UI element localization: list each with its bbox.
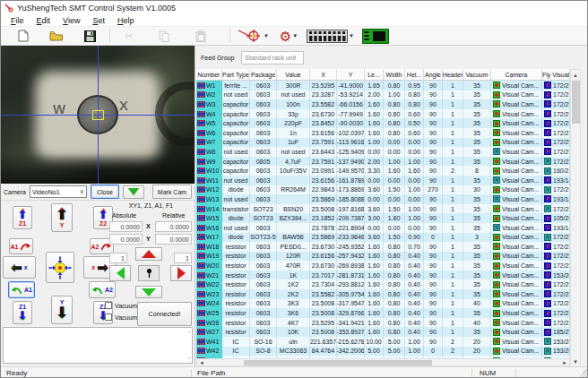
- menu-set[interactable]: Set: [87, 16, 110, 25]
- menu-file[interactable]: File: [5, 16, 30, 25]
- table-row[interactable]: W21resistor06031K23.7017-281.87311.600.8…: [196, 271, 570, 280]
- column-header-angle[interactable]: Angle: [424, 69, 443, 80]
- table-row[interactable]: W20resistor0603470R23.6730-269.89381.600…: [196, 261, 570, 271]
- y-down-button[interactable]: Y: [51, 296, 73, 324]
- step-up-button[interactable]: [135, 247, 162, 261]
- table-row[interactable]: W17diodeSOT23-5BAW5623.5869-233.98463.60…: [196, 233, 570, 243]
- scroll-left-icon[interactable]: ◄: [197, 359, 206, 365]
- table-row[interactable]: W2not used0603not used23.3287-53.92142.0…: [196, 90, 570, 100]
- part-table-body[interactable]: W1ferrite ...0603300R23.5295-41.90001.65…: [196, 81, 570, 358]
- scroll-down-icon[interactable]: ▼: [571, 357, 580, 366]
- column-header-value[interactable]: Value: [277, 69, 310, 80]
- close-camera-button[interactable]: Close: [91, 185, 119, 199]
- table-row[interactable]: W8not used0603not used23.6443-125.94090.…: [196, 147, 570, 157]
- camera-source-select[interactable]: VideoNo1∨: [30, 185, 87, 198]
- vertical-scroll-thumb[interactable]: [572, 81, 580, 124]
- column-header-number[interactable]: Number: [196, 69, 222, 80]
- horizontal-scrollbar[interactable]: ◄ ►: [196, 358, 570, 366]
- placement-head-button[interactable]: ▼: [238, 28, 269, 45]
- table-row[interactable]: W22resistor06031K223.7304-293.88121.600.…: [196, 279, 570, 289]
- step-right-field[interactable]: 1: [174, 253, 192, 263]
- horizontal-scroll-thumb[interactable]: [244, 360, 432, 365]
- resize-grip[interactable]: [578, 368, 588, 378]
- column-header-le-[interactable]: Le...: [365, 69, 384, 80]
- column-header-vacuum[interactable]: Vacuum: [463, 69, 491, 80]
- table-row[interactable]: W24resistor06033K323.5008-317.95471.600.…: [196, 299, 570, 309]
- x-absolute-field[interactable]: 0.0000: [109, 221, 143, 232]
- a1-ccw-button[interactable]: A1: [8, 281, 35, 298]
- table-row[interactable]: W9capacitor08054,7uF23.7591-137.94902.00…: [196, 157, 570, 167]
- table-row[interactable]: W23resistor06032K223.5582-305.97541.600.…: [196, 289, 570, 299]
- table-row[interactable]: W42ICSO-8MC3306384.4764-342.20065.005.00…: [196, 347, 570, 357]
- dropdown-caret-icon[interactable]: ▼: [264, 33, 269, 39]
- dropdown-caret-icon[interactable]: ▼: [349, 33, 354, 39]
- a2-ccw-button[interactable]: A2: [89, 281, 116, 298]
- scroll-up-icon[interactable]: ˄: [187, 330, 191, 335]
- camera-down-button[interactable]: [123, 185, 144, 199]
- step-down-button[interactable]: [135, 286, 162, 298]
- dropdown-caret-icon[interactable]: ▼: [292, 33, 298, 39]
- table-row[interactable]: W4capacitor060333p23.6730-77.99491.600.8…: [196, 109, 570, 119]
- scroll-right-icon[interactable]: ►: [560, 359, 569, 365]
- table-row[interactable]: W26resistor06034K723.5295-341.94211.600.…: [196, 318, 570, 328]
- paste-button[interactable]: [191, 28, 211, 45]
- table-row[interactable]: W12diode0603RR264M22.9843-173.88693.601.…: [196, 185, 570, 195]
- table-row[interactable]: W13not used060323.5869-185.80880.000.000…: [196, 194, 570, 204]
- open-file-button[interactable]: [47, 28, 66, 45]
- log-listbox[interactable]: ˄ ˅: [3, 327, 193, 364]
- connected-button[interactable]: Connected!: [137, 302, 192, 326]
- column-header-part-type[interactable]: Part Type: [222, 69, 250, 80]
- menu-view[interactable]: View: [57, 16, 85, 25]
- feed-group-input[interactable]: [241, 51, 304, 64]
- column-header-hei-[interactable]: Hei...: [405, 69, 424, 80]
- y-absolute-field[interactable]: 0.0000: [109, 234, 143, 245]
- column-header-header[interactable]: Header: [443, 69, 463, 80]
- column-header-package[interactable]: Package: [250, 69, 277, 80]
- table-row[interactable]: W16not used060323.7878-221.89040.000.000…: [196, 223, 570, 233]
- table-row[interactable]: W41ICSO-16uln221.6357-215.627810.005.001…: [196, 337, 570, 347]
- z1-down-button[interactable]: Z1: [13, 301, 32, 324]
- column-header-x[interactable]: X: [310, 69, 337, 80]
- table-row[interactable]: W6capacitor06031n23.6156-102.03971.600.8…: [196, 128, 570, 138]
- copy-button[interactable]: [154, 28, 174, 45]
- table-row[interactable]: W19resistor0603120R23.6156-257.94321.600…: [196, 252, 570, 262]
- menu-help[interactable]: Help: [112, 16, 140, 25]
- table-row[interactable]: W11not used060323.6156-161.87890.000.000…: [196, 176, 570, 185]
- step-left-field[interactable]: 1: [109, 253, 127, 263]
- table-row[interactable]: W7capacitor06031uF23.7591-113.96161.000.…: [196, 138, 570, 148]
- z1-up-button[interactable]: Z1: [13, 206, 32, 229]
- table-row[interactable]: W1ferrite ...0603300R23.5295-41.90001.65…: [196, 81, 570, 90]
- column-header-camera[interactable]: Camera: [491, 69, 542, 80]
- vertical-scrollbar[interactable]: ▲ ▼: [570, 69, 581, 367]
- scroll-down-icon[interactable]: ˅: [187, 356, 191, 361]
- center-origin-button[interactable]: [46, 252, 74, 283]
- x-relative-field[interactable]: 0.0000: [155, 221, 192, 232]
- pcb-button[interactable]: [362, 28, 389, 45]
- a1-cw-button[interactable]: A1: [9, 238, 33, 254]
- save-button[interactable]: [80, 28, 99, 45]
- settings-button[interactable]: ⚙ ▼: [279, 28, 298, 45]
- column-header-width[interactable]: Width: [384, 69, 405, 80]
- table-row[interactable]: W10capacitor060310uF/35V23.0991-149.9570…: [196, 166, 570, 176]
- column-header-fly-visual[interactable]: Fly Visual: [542, 69, 570, 80]
- table-row[interactable]: W3capacitor0603100n23.5582-66.01561.600.…: [196, 99, 570, 109]
- table-row[interactable]: W18resistor0603PESD0...23.6730-245.93521…: [196, 242, 570, 252]
- x-minus-button[interactable]: x: [3, 256, 36, 279]
- feeder-rack-button[interactable]: ▼: [307, 28, 354, 45]
- scroll-up-icon[interactable]: ▲: [571, 70, 580, 80]
- pin-button[interactable]: [138, 265, 160, 281]
- new-file-button[interactable]: [13, 28, 33, 45]
- cut-button[interactable]: ✂: [119, 28, 139, 45]
- table-row[interactable]: W27resistor060310K23.5008-353.89271.600.…: [196, 327, 570, 337]
- column-header-y[interactable]: Y: [337, 69, 365, 80]
- y-up-button[interactable]: Y: [51, 203, 73, 232]
- table-row[interactable]: W5capacitor0603220pF23.8452-90.00301.600…: [196, 118, 570, 128]
- step-right-button[interactable]: [170, 265, 192, 281]
- y-relative-field[interactable]: 0.0000: [155, 234, 192, 245]
- table-row[interactable]: W15diodeSOT23BZX384...23.1852-209.73873.…: [196, 213, 570, 223]
- table-row[interactable]: W25resistor06033K623.5008-329.87661.600.…: [196, 308, 570, 318]
- menu-edit[interactable]: Edit: [31, 16, 56, 25]
- table-row[interactable]: W14transistorSOT23BSN2023.5008-197.81683…: [196, 204, 570, 214]
- step-left-button[interactable]: [109, 265, 131, 281]
- mark-cam-button[interactable]: Mark Cam: [152, 185, 192, 199]
